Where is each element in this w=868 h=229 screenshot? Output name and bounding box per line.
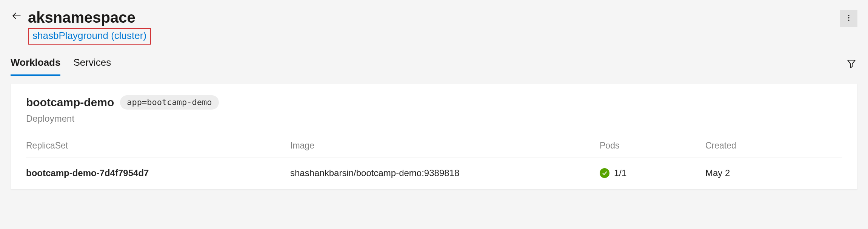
pods-count: 1/1	[614, 168, 626, 178]
deployment-label-chip: app=bootcamp-demo	[120, 95, 219, 110]
deployment-card: bootcamp-demo app=bootcamp-demo Deployme…	[11, 84, 857, 189]
svg-marker-4	[848, 60, 855, 68]
col-image: Image	[290, 141, 600, 151]
tab-workloads[interactable]: Workloads	[11, 55, 60, 76]
more-actions-button[interactable]	[840, 10, 857, 27]
status-ok-icon	[600, 168, 609, 178]
replicaset-created: May 2	[705, 168, 842, 178]
svg-point-3	[848, 20, 849, 21]
replicaset-name: bootcamp-demo-7d4f7954d7	[26, 168, 290, 178]
filter-button[interactable]	[845, 58, 857, 70]
col-replicaset: ReplicaSet	[26, 141, 290, 151]
cluster-link-highlight: shasbPlayground (cluster)	[28, 28, 151, 45]
svg-point-1	[848, 15, 849, 16]
svg-point-2	[848, 17, 849, 18]
arrow-left-icon	[12, 11, 22, 22]
tab-services[interactable]: Services	[73, 55, 111, 76]
replicaset-pods: 1/1	[600, 168, 705, 178]
table-row[interactable]: bootcamp-demo-7d4f7954d7 shashankbarsin/…	[26, 158, 842, 189]
col-created: Created	[705, 141, 842, 151]
page-title: aksnamespace	[28, 9, 151, 26]
filter-icon	[846, 59, 856, 70]
replicaset-image: shashankbarsin/bootcamp-demo:9389818	[290, 168, 600, 178]
col-pods: Pods	[600, 141, 705, 151]
back-button[interactable]	[11, 11, 23, 23]
deployment-kind: Deployment	[26, 113, 842, 124]
deployment-name: bootcamp-demo	[26, 96, 114, 109]
more-vertical-icon	[845, 14, 853, 23]
cluster-link[interactable]: shasbPlayground (cluster)	[32, 30, 146, 41]
